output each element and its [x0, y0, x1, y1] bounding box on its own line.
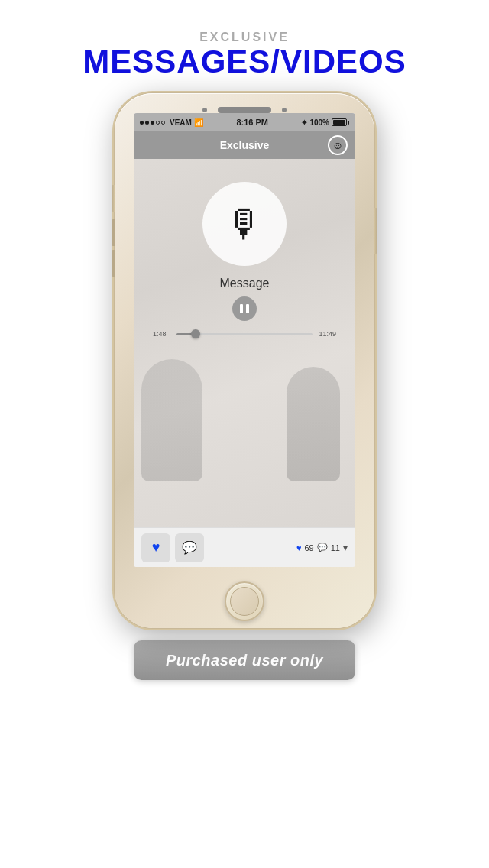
pause-bar-right — [246, 304, 249, 313]
carrier-label: VEAM — [170, 118, 192, 127]
status-time: 8:16 PM — [236, 118, 268, 127]
front-camera-row — [202, 107, 287, 113]
comments-count: 11 — [331, 543, 340, 552]
heart-icon: ♥ — [152, 539, 160, 555]
nav-bar: Exclusive ☺ — [134, 131, 355, 159]
home-button-wrap — [225, 575, 264, 628]
status-bar: VEAM 📶 8:16 PM ✦ 100% — [134, 113, 355, 131]
battery-fill — [333, 120, 345, 125]
microphone-icon: 🎙 — [225, 202, 264, 246]
speaker-grille — [218, 107, 271, 113]
battery-tip — [348, 121, 349, 125]
progress-row: 1:48 11:49 — [153, 330, 336, 338]
phone-frame: VEAM 📶 8:16 PM ✦ 100% Exclusive ☺ — [115, 93, 374, 628]
signal-dot-2 — [145, 121, 149, 125]
home-button[interactable] — [225, 581, 264, 621]
phone-screen: VEAM 📶 8:16 PM ✦ 100% Exclusive ☺ — [134, 113, 355, 567]
signal-dot-3 — [151, 121, 154, 125]
stats-row: ♥ 69 💬 11 ▾ — [296, 542, 348, 553]
progress-track[interactable] — [176, 333, 313, 335]
like-button[interactable]: ♥ — [141, 533, 170, 562]
signal-dot-1 — [140, 121, 144, 125]
exclusive-label: EXCLUSIVE — [83, 31, 406, 44]
signal-dot-5 — [161, 121, 165, 125]
pause-button[interactable] — [232, 296, 257, 321]
content-area: 🎙 Message 1:48 11:49 — [134, 159, 355, 527]
bluetooth-icon: ✦ — [301, 118, 307, 127]
home-button-inner — [230, 587, 259, 616]
comment-icon-small: 💬 — [317, 542, 328, 552]
sensor-dot — [282, 108, 287, 112]
signal-dots — [140, 121, 165, 125]
time-end: 11:49 — [317, 330, 336, 338]
wifi-icon: 📶 — [194, 118, 203, 127]
bg-figure-left — [141, 359, 202, 481]
battery-percent: 100% — [309, 118, 329, 127]
comment-button[interactable]: 💬 — [175, 533, 204, 562]
battery-icon — [332, 118, 349, 126]
progress-thumb[interactable] — [191, 329, 200, 338]
status-left: VEAM 📶 — [140, 118, 203, 127]
message-label: Message — [220, 277, 270, 290]
pause-bar-left — [240, 304, 243, 313]
mic-circle: 🎙 — [202, 182, 287, 266]
heart-icon-small: ♥ — [296, 543, 302, 552]
chevron-down-icon[interactable]: ▾ — [343, 542, 348, 553]
battery-body — [332, 118, 347, 126]
phone-top — [115, 93, 374, 113]
time-start: 1:48 — [153, 330, 172, 338]
bg-figure-right — [287, 367, 340, 481]
nav-title: Exclusive — [220, 139, 270, 151]
comment-icon: 💬 — [182, 540, 197, 555]
purchased-button[interactable]: Purchased user only — [134, 640, 355, 680]
status-right: ✦ 100% — [301, 118, 349, 127]
signal-dot-4 — [156, 121, 160, 125]
header-section: EXCLUSIVE MESSAGES/VIDEOS — [83, 31, 406, 79]
emoji-icon: ☺ — [332, 139, 343, 151]
messages-videos-label: MESSAGES/VIDEOS — [83, 44, 406, 79]
emoji-button[interactable]: ☺ — [328, 135, 348, 155]
front-camera-dot — [202, 108, 207, 112]
bottom-bar: ♥ 💬 ♥ 69 💬 11 ▾ — [134, 527, 355, 567]
likes-count: 69 — [305, 543, 314, 552]
purchased-label: Purchased user only — [166, 652, 323, 669]
